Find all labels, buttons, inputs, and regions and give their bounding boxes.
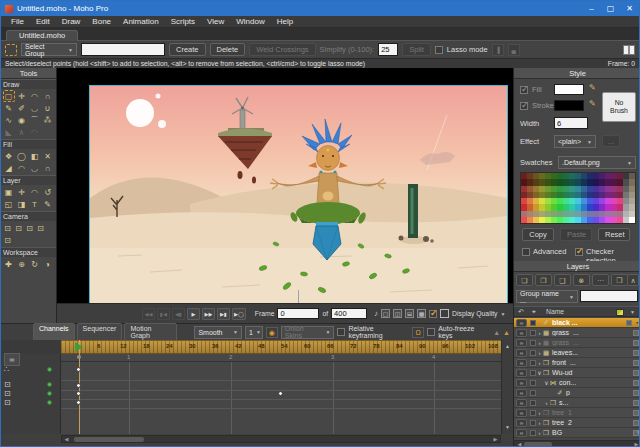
onion-skins-dropdown[interactable]: Onion Skins ▼ bbox=[281, 326, 335, 339]
menu-help[interactable]: Help bbox=[271, 17, 299, 26]
track-camera-tool-icon[interactable]: ⊡ bbox=[3, 222, 13, 234]
close-button[interactable]: ✕ bbox=[620, 1, 639, 16]
timeline-scrollbar[interactable]: ◀ ▶ bbox=[61, 435, 501, 443]
layer-visibility-button[interactable]: ∞ bbox=[516, 359, 527, 367]
swatches-dropdown[interactable]: .Default.png ▼ bbox=[558, 156, 636, 169]
layer-color-chip[interactable] bbox=[633, 340, 639, 346]
menu-animation[interactable]: Animation bbox=[117, 17, 165, 26]
menu-file[interactable]: File bbox=[5, 17, 30, 26]
next-frame-button[interactable]: ▶▮ bbox=[217, 308, 230, 320]
pan-tilt-camera-tool-icon[interactable]: ⊡ bbox=[36, 222, 46, 234]
lasso-mode-checkbox[interactable] bbox=[435, 46, 443, 54]
document-tab[interactable]: Untitled.moho bbox=[6, 30, 78, 41]
paint-bucket-tool-icon[interactable]: ◧ bbox=[29, 150, 41, 162]
interpolation-num-dropdown[interactable]: 1 ▼ bbox=[245, 326, 263, 339]
layer-row-front[interactable]: ∞›❒front_... bbox=[514, 358, 640, 368]
delete-shape-tool-icon[interactable]: ✕ bbox=[42, 150, 54, 162]
timeline-scroll-thumb[interactable] bbox=[74, 437, 144, 442]
layer-expand-arrow[interactable]: › bbox=[543, 400, 550, 406]
scroll-left-icon[interactable]: ◀ bbox=[62, 436, 71, 442]
create-shape-tool-icon[interactable]: ❖ bbox=[3, 150, 15, 162]
layer-visibility-button[interactable]: ∞ bbox=[516, 409, 527, 417]
layer-expand-arrow[interactable]: › bbox=[536, 360, 543, 366]
lower-shape-tool-icon[interactable]: ◡ bbox=[29, 162, 41, 174]
curvature-tool-icon[interactable]: ∩ bbox=[42, 90, 54, 102]
effect-dropdown[interactable]: <plain> ▼ bbox=[554, 135, 596, 148]
layer-color-chip[interactable] bbox=[633, 330, 639, 336]
select-shape-tool-icon[interactable]: ◯ bbox=[16, 150, 28, 162]
paste-style-button[interactable]: Paste bbox=[560, 228, 592, 241]
layer-row-grass[interactable]: ∞›▦grass_... bbox=[514, 338, 640, 348]
create-button[interactable]: Create bbox=[169, 43, 206, 56]
delete-button[interactable]: Delete bbox=[210, 43, 246, 56]
keyframe-dot[interactable] bbox=[76, 391, 81, 396]
onion-skin-icon[interactable]: ◉ bbox=[266, 327, 278, 338]
view-split-v-icon[interactable]: ◫ bbox=[393, 309, 402, 318]
layer-color-chip[interactable] bbox=[633, 370, 639, 376]
duplicate-layer-button[interactable]: ❐ bbox=[535, 274, 552, 286]
text-tool-tool-icon[interactable]: T bbox=[29, 198, 41, 210]
layer-visibility-button[interactable]: ∞ bbox=[516, 419, 527, 427]
layer-expand-arrow[interactable]: › bbox=[536, 330, 543, 336]
layer-row-leaves[interactable]: ∞›▦leaves... bbox=[514, 348, 640, 358]
camera-zoom-channel-enable-dot[interactable] bbox=[47, 391, 52, 396]
loop-button[interactable]: ▶◯ bbox=[232, 308, 246, 320]
color-swatch[interactable] bbox=[629, 217, 635, 223]
line-width-tool-icon[interactable]: ◢ bbox=[3, 162, 15, 174]
new-layer-button[interactable]: ❏ bbox=[516, 274, 533, 286]
view-split-h-icon[interactable]: ⊟ bbox=[405, 309, 414, 318]
selection-name-input[interactable] bbox=[81, 43, 165, 56]
playhead-arrow-icon[interactable] bbox=[75, 342, 83, 352]
layer-color-chip[interactable] bbox=[633, 390, 639, 396]
auto-freeze-checkbox[interactable] bbox=[427, 328, 435, 336]
minimize-button[interactable]: – bbox=[582, 1, 601, 16]
prev-keyframe-button[interactable]: ▮◀ bbox=[157, 308, 170, 320]
layer-row-grass[interactable]: ∞›▦grass_... bbox=[514, 328, 640, 338]
menu-scripts[interactable]: Scripts bbox=[165, 17, 201, 26]
stroke-pencil-icon[interactable]: ✎ bbox=[589, 99, 596, 108]
particle-channel-enable-dot[interactable] bbox=[47, 367, 52, 372]
select-points-tool-icon[interactable]: ▢ bbox=[3, 90, 15, 102]
simplify-input[interactable] bbox=[378, 43, 398, 56]
stroke-color-swatch[interactable] bbox=[554, 100, 584, 111]
layer-visibility-button[interactable]: ∞ bbox=[516, 329, 527, 337]
timeline-tab-motion-graph[interactable]: Motion Graph bbox=[124, 323, 177, 341]
keyframe-dot[interactable] bbox=[76, 400, 81, 405]
split-button[interactable]: Split bbox=[402, 43, 431, 56]
blob-brush-tool-icon[interactable]: ◉ bbox=[16, 114, 28, 126]
audio-icon[interactable]: ♪ bbox=[374, 309, 378, 318]
rewind-button[interactable]: ◀◀ bbox=[142, 308, 155, 320]
camera-roll-channel-enable-dot[interactable] bbox=[47, 400, 52, 405]
no-brush-button[interactable]: No Brush bbox=[602, 92, 636, 122]
pan-workspace-tool-icon[interactable]: ✚ bbox=[3, 258, 15, 270]
advanced-checkbox[interactable] bbox=[522, 248, 530, 256]
menu-bone[interactable]: Bone bbox=[86, 17, 117, 26]
maximize-button[interactable]: ▢ bbox=[601, 1, 620, 16]
checker-selection-checkbox[interactable] bbox=[575, 248, 583, 256]
orbit-camera-tool-icon[interactable]: ⊡ bbox=[3, 234, 13, 246]
keyframe-dot[interactable] bbox=[76, 383, 81, 388]
layer-row-tree-2[interactable]: ∞›❒tree_2 bbox=[514, 418, 640, 428]
reset-style-button[interactable]: Reset bbox=[598, 228, 630, 241]
copy-style-button[interactable]: Copy bbox=[522, 228, 554, 241]
fill-pencil-icon[interactable]: ✎ bbox=[589, 83, 596, 92]
flip-layer-tool-icon[interactable]: ◨ bbox=[16, 198, 28, 210]
layer-checkbox[interactable] bbox=[530, 320, 536, 326]
delete-layer-button[interactable]: ⊗ bbox=[573, 274, 590, 286]
timeline-tab-channels[interactable]: Channels bbox=[33, 323, 75, 341]
weld-crossings-button[interactable]: Weld Crossings bbox=[249, 43, 315, 56]
layer-visibility-button[interactable]: ∞ bbox=[516, 339, 527, 347]
layers-scroll-up-icon[interactable]: ▲ bbox=[636, 320, 640, 326]
flip-selection-v-button[interactable]: ▄ bbox=[508, 44, 520, 56]
layers-scroll-thumb[interactable] bbox=[524, 442, 552, 447]
layer-visibility-button[interactable]: ∞ bbox=[516, 429, 527, 437]
follow-path-tool-icon[interactable]: ◠ bbox=[29, 186, 41, 198]
peak-tool-icon[interactable]: ∧ bbox=[16, 126, 28, 138]
menu-window[interactable]: Window bbox=[230, 17, 270, 26]
layer-row-con[interactable]: ∞∨⋈con... bbox=[514, 378, 640, 388]
layer-visibility-button[interactable]: ∞ bbox=[516, 379, 527, 387]
transform-layer-tool-icon[interactable]: ▣ bbox=[3, 186, 15, 198]
layer-expand-arrow[interactable]: › bbox=[536, 340, 543, 346]
safe-zone-icon[interactable] bbox=[440, 309, 449, 318]
layer-visibility-button[interactable]: ∞ bbox=[516, 319, 527, 327]
